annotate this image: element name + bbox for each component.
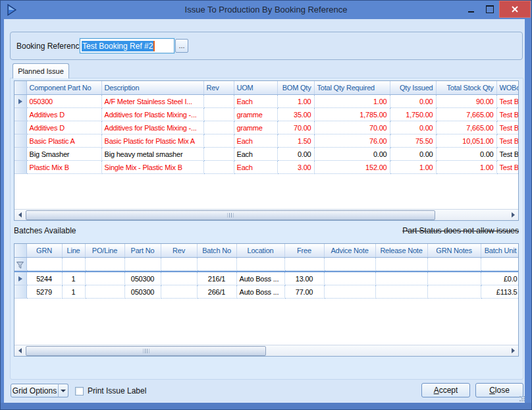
horizontal-scrollbar[interactable] [14, 209, 518, 220]
column-header-po-line[interactable]: PO/Line [85, 244, 124, 258]
filter-row[interactable] [14, 258, 519, 271]
scroll-right-button[interactable] [508, 345, 518, 356]
cell-bom-qty: 1.50 [277, 134, 314, 148]
column-header-grn-notes[interactable]: GRN Notes [427, 244, 481, 258]
column-header-location[interactable]: Location [236, 244, 284, 258]
cell-line: 1 [62, 272, 85, 285]
filter-cell[interactable] [62, 258, 85, 271]
column-header-rev[interactable]: Rev [203, 81, 234, 95]
table-row[interactable]: Basic Plastic A Basic Plastic for Plasti… [14, 134, 519, 148]
column-header-part-no[interactable]: Part No [124, 244, 161, 258]
row-selector-cell[interactable] [14, 95, 26, 108]
planned-issue-grid[interactable]: Component Part No Description Rev UOM BO… [14, 80, 519, 221]
column-header-rev[interactable]: Rev [161, 244, 197, 258]
column-header-grn[interactable]: GRN [26, 244, 62, 258]
maximize-icon [486, 5, 494, 13]
column-header-component-part-no[interactable]: Component Part No [26, 81, 101, 95]
filter-cell[interactable] [161, 258, 197, 271]
row-selector-header[interactable] [14, 244, 26, 258]
print-issue-label-checkbox[interactable] [75, 387, 84, 395]
minimize-button[interactable] [462, 1, 480, 18]
accept-button[interactable]: Accept [421, 383, 470, 397]
filter-button[interactable] [14, 258, 26, 271]
column-header-release-note[interactable]: Release Note [375, 244, 427, 258]
row-selector-header[interactable] [14, 81, 26, 95]
booking-reference-input[interactable]: Test Booking Ref #2 [80, 38, 174, 53]
cell-wo-booking: Test B [496, 95, 519, 108]
table-row[interactable]: 5244 1 050300 216/1 Auto Boss ... 13.00 … [14, 272, 519, 285]
cell-bom-qty: 35.00 [277, 108, 314, 121]
filter-cell[interactable] [85, 258, 124, 271]
scroll-left-button[interactable] [14, 210, 25, 220]
column-header-batch-unit[interactable]: Batch Unit [481, 244, 519, 258]
horizontal-scrollbar[interactable] [14, 345, 518, 356]
table-row[interactable]: 5279 1 050300 266/1 Auto Boss ... 77.00 … [14, 285, 519, 299]
row-selector-cell[interactable] [14, 161, 26, 174]
scroll-left-button[interactable] [14, 345, 25, 356]
header-row: GRN Line PO/Line Part No Rev Batch No Lo… [14, 244, 519, 258]
dialog-window: Issue To Production By Booking Reference… [0, 0, 532, 410]
cell-line: 1 [62, 285, 85, 299]
column-header-total-stock-qty[interactable]: Total Stock Qty [436, 81, 496, 95]
table-row[interactable]: Big Smasher Big heavy metal smasher Each… [14, 148, 519, 161]
grid-options-button[interactable]: Grid Options [11, 384, 59, 397]
close-button[interactable] [499, 1, 531, 18]
booking-reference-value: Test Booking Ref #2 [82, 41, 153, 51]
cell-uom: gramme [234, 121, 277, 134]
cell-total-stock-qty: 1.00 [436, 161, 496, 174]
column-header-line[interactable]: Line [62, 244, 85, 258]
column-header-batch-no[interactable]: Batch No [197, 244, 236, 258]
scroll-right-icon [512, 212, 515, 218]
maximize-button[interactable] [481, 1, 498, 18]
cell-po-line [85, 272, 124, 285]
column-header-bom-qty[interactable]: BOM Qty [277, 81, 314, 95]
tab-planned-issue[interactable]: Planned Issue [13, 63, 69, 78]
filter-cell[interactable] [236, 258, 284, 271]
filter-cell[interactable] [26, 258, 62, 271]
column-header-description[interactable]: Description [101, 81, 203, 95]
cell-grn: 5279 [26, 285, 62, 299]
table-row[interactable]: 050300 A/F Meter Stainless Steel I... Ea… [14, 95, 519, 108]
row-selector-cell[interactable] [14, 148, 26, 161]
column-header-wo-booking[interactable]: WOBo [496, 81, 519, 95]
cell-total-qty-required: 76.00 [314, 134, 390, 148]
table-row[interactable]: Additives D Additives for Plastic Mixing… [14, 108, 519, 121]
row-selector-cell[interactable] [14, 134, 26, 148]
filter-cell[interactable] [427, 258, 481, 271]
cell-rev [203, 134, 234, 148]
scrollbar-thumb[interactable] [26, 346, 266, 356]
row-selector-cell[interactable] [14, 285, 26, 299]
cell-total-stock-qty: 7,665.00 [436, 108, 496, 121]
filter-cell[interactable] [375, 258, 427, 271]
row-selector-cell[interactable] [14, 272, 26, 285]
cell-part: Additives D [26, 121, 101, 134]
browse-button[interactable]: ... [175, 39, 188, 53]
grid-options-dropdown-button[interactable] [58, 384, 68, 397]
scroll-right-button[interactable] [508, 210, 518, 220]
table-row[interactable]: Additives D Additives for Plastic Mixing… [14, 121, 519, 134]
column-header-uom[interactable]: UOM [234, 81, 277, 95]
filter-cell[interactable] [124, 258, 161, 271]
column-header-qty-issued[interactable]: Qty Issued [390, 81, 436, 95]
filter-cell[interactable] [481, 258, 519, 271]
scrollbar-thumb[interactable] [26, 210, 435, 220]
window-border-bottom [1, 403, 531, 409]
row-selector-cell[interactable] [14, 121, 26, 134]
cell-desc: A/F Meter Stainless Steel I... [101, 95, 203, 108]
cell-rev [203, 95, 234, 108]
cell-bom-qty: 70.00 [277, 121, 314, 134]
column-header-total-qty-required[interactable]: Total Qty Required [314, 81, 390, 95]
resize-grip[interactable] [519, 395, 525, 402]
scroll-right-icon [512, 348, 515, 353]
table-row[interactable]: Plastic Mix B Single Mix - Plastic Mix B… [14, 161, 519, 174]
filter-cell[interactable] [284, 258, 324, 271]
column-header-advice-note[interactable]: Advice Note [324, 244, 375, 258]
filter-cell[interactable] [324, 258, 375, 271]
cell-location: Auto Boss ... [236, 285, 284, 299]
column-header-free[interactable]: Free [284, 244, 324, 258]
close-dialog-button[interactable]: Close [475, 383, 523, 397]
row-selector-cell[interactable] [14, 108, 26, 121]
batches-available-grid[interactable]: GRN Line PO/Line Part No Rev Batch No Lo… [14, 243, 519, 357]
filter-cell[interactable] [197, 258, 236, 271]
cell-part: Additives D [26, 108, 101, 121]
